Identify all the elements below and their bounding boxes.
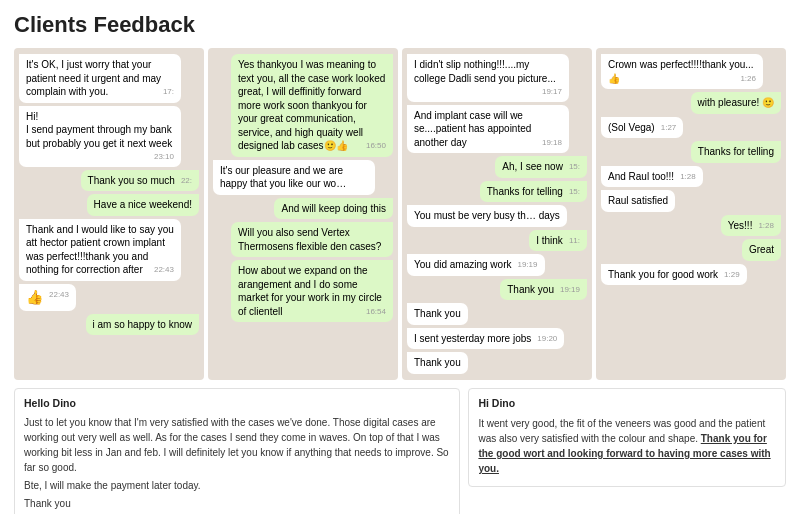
msg: Hi!I send payment through my bank but pr…	[19, 106, 181, 167]
msg: How about we expand on the arangement an…	[231, 260, 393, 322]
text-feedback-1: Hello Dino Just to let you know that I'm…	[14, 388, 460, 514]
msg: Crown was perfect!!!!thank you...👍 1:26	[601, 54, 763, 89]
chat-panel-2: Yes thankyou I was meaning to text you, …	[208, 48, 398, 380]
msg: 👍 22:43	[19, 284, 76, 311]
msg: with pleasure! 🙂	[691, 92, 781, 114]
msg: Thanks for telling	[691, 141, 781, 163]
msg: Thank and I would like to say you att he…	[19, 219, 181, 281]
msg: Yes thankyou I was meaning to text you, …	[231, 54, 393, 157]
msg: Thank you for good work 1:29	[601, 264, 747, 286]
msg: Ah, I see now 15:	[495, 156, 587, 178]
chats-row: It's OK, I just worry that your patient …	[14, 48, 786, 380]
msg: Thank you so much 22:	[81, 170, 199, 192]
bottom-section: Hello Dino Just to let you know that I'm…	[14, 388, 786, 514]
chat-panel-3: I didn't slip nothing!!!....my college D…	[402, 48, 592, 380]
msg: Thank you	[407, 303, 468, 325]
msg: I sent yesterday more jobs 19:20	[407, 328, 564, 350]
chat-panel-4: Crown was perfect!!!!thank you...👍 1:26 …	[596, 48, 786, 380]
msg: I didn't slip nothing!!!....my college D…	[407, 54, 569, 102]
msg: i am so happy to know	[86, 314, 200, 336]
chat-panel-1: It's OK, I just worry that your patient …	[14, 48, 204, 380]
msg: Thanks for telling 15:	[480, 181, 587, 203]
msg: And will keep doing this	[274, 198, 393, 220]
msg: Thank you 19:19	[500, 279, 587, 301]
msg: Will you also send Vertex Thermosens fle…	[231, 222, 393, 257]
msg: Raul satisfied	[601, 190, 675, 212]
page-title: Clients Feedback	[14, 12, 786, 38]
msg: And Raul too!!! 1:28	[601, 166, 703, 188]
msg: Thank you	[407, 352, 468, 374]
msg: Yes!!! 1:28	[721, 215, 781, 237]
msg: And implant case will we se....patient h…	[407, 105, 569, 154]
text-feedback-2: Hi Dino It went very good, the fit of th…	[468, 388, 786, 487]
msg: You did amazing work 19:19	[407, 254, 545, 276]
msg: I think 11:	[529, 230, 587, 252]
msg: (Sol Vega) 1:27	[601, 117, 683, 139]
msg: It's OK, I just worry that your patient …	[19, 54, 181, 103]
msg: Have a nice weekend!	[87, 194, 199, 216]
msg: It's our pleasure and we are happy that …	[213, 160, 375, 195]
msg: You must be very busy th… days	[407, 205, 567, 227]
page: Clients Feedback It's OK, I just worry t…	[0, 0, 800, 514]
msg: Great	[742, 239, 781, 261]
